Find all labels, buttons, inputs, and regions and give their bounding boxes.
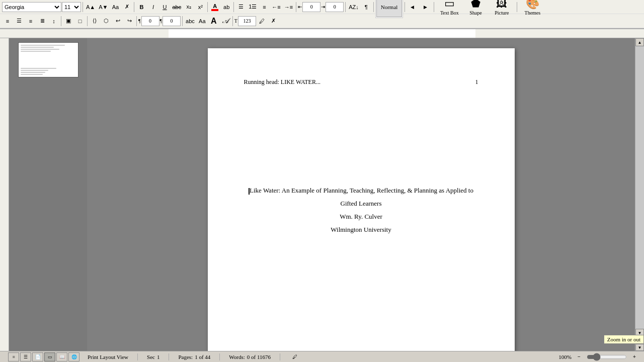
sep-c [136, 16, 137, 26]
toolbar-row2: ≡ ☰ ≡ ≣ ↕ ▣ □ ⟨⟩ ⬡ ↩ ↪ ¶ 0 ¶ 0 abc Aa A … [0, 14, 644, 28]
bold-btn[interactable]: B [136, 2, 147, 13]
aa-btn[interactable]: Aa [197, 16, 208, 27]
sep-b [87, 16, 88, 26]
shape-label: Shape [469, 10, 481, 16]
page-num-val[interactable]: 123 [238, 16, 256, 26]
zoom-out-btn[interactable]: − [574, 353, 585, 361]
zoom-slider[interactable] [587, 354, 627, 360]
borders-btn[interactable]: □ [74, 16, 86, 27]
font-name-select[interactable]: Georgia [2, 2, 61, 12]
align-center-btn[interactable]: ☰ [14, 16, 25, 27]
list-bullets-btn[interactable]: ☰ [235, 2, 247, 13]
subscript-btn[interactable]: x₂ [183, 2, 194, 13]
indent-right-val[interactable]: 0 [326, 2, 344, 12]
style-gallery: Normal [375, 0, 404, 18]
spacing-after-label: ¶ [160, 18, 163, 24]
status-sep1 [137, 353, 138, 360]
text-box-btn[interactable]: ▭ Text Box [437, 0, 461, 18]
sep-ins [434, 2, 434, 12]
thumb-line [21, 68, 57, 69]
shape-icon: ⬟ [471, 0, 480, 9]
font-color-btn[interactable]: A [209, 1, 220, 14]
sep-a [61, 16, 61, 26]
shrink-font-btn[interactable]: A▼ [97, 2, 109, 13]
picture-btn[interactable]: 🖼 Picture [490, 0, 514, 18]
toolbar-area: Georgia 11 A▲ A▼ Aa ✗ B I U abc x₂ x² A … [0, 0, 644, 29]
pages-item: Pages: 1 of 44 [178, 354, 210, 360]
italic-btn[interactable]: I [147, 2, 158, 13]
more-btn4[interactable]: ↪ [124, 16, 135, 27]
decrease-indent-btn[interactable]: ←≡ [270, 2, 282, 13]
more-btn3[interactable]: ↩ [112, 16, 123, 27]
sep-themes [517, 2, 517, 12]
document-canvas[interactable]: Running head: LIKE WATER... 1 Like Water… [87, 38, 635, 351]
increase-indent-btn[interactable]: →≡ [283, 2, 294, 13]
spacing-before-val[interactable]: 0 [141, 16, 159, 26]
thumb-lines [21, 45, 76, 75]
subscript2-btn[interactable]: abc [184, 16, 196, 27]
page-thumbnail-1[interactable] [18, 42, 78, 77]
view-btn-4-print-layout[interactable]: ▭ [44, 352, 55, 361]
right-scrollbar: ▲ ▼ ▲ ▼ [635, 38, 644, 351]
style-next-btn[interactable]: ▶ [420, 2, 431, 13]
view-btn-1[interactable]: ≡ [8, 352, 19, 361]
print-layout-label: Print Layout View [88, 354, 128, 360]
show-para-btn[interactable]: ¶ [361, 2, 372, 13]
page-document: Running head: LIKE WATER... 1 Like Water… [208, 48, 515, 351]
justify-btn[interactable]: ≣ [37, 16, 48, 27]
sep7 [373, 2, 374, 12]
pages-val: 1 of 44 [195, 354, 210, 360]
line-spacing-btn[interactable]: ↕ [48, 16, 59, 27]
strikethrough-btn[interactable]: abc [171, 2, 183, 13]
scroll-zoom-up-btn[interactable]: ▲ [635, 337, 644, 344]
big-a-btn[interactable]: A [208, 16, 219, 27]
multilevel-list-btn[interactable]: ≡ [259, 2, 270, 13]
style-prev-btn[interactable]: ◀ [407, 2, 418, 13]
thumb-line [21, 45, 65, 46]
superscript-btn[interactable]: x² [195, 2, 206, 13]
list-numbering-btn[interactable]: 1☰ [247, 2, 258, 13]
picture-label: Picture [495, 10, 509, 16]
more-btn1[interactable]: ⟨⟩ [89, 16, 100, 27]
scroll-down-btn[interactable]: ▼ [635, 329, 644, 337]
insert-group: ◀ ▶ ▭ Text Box ⬟ Shape 🖼 Picture 🎨 Theme… [407, 0, 544, 18]
view-btn-3[interactable]: 📄 [32, 352, 43, 361]
sep4 [233, 2, 234, 12]
title-line4: Wilmington University [331, 226, 391, 234]
scroll-up-btn[interactable]: ▲ [635, 38, 644, 46]
align-right-btn[interactable]: ≡ [25, 16, 36, 27]
script-btn[interactable]: 𝒜 [220, 16, 231, 27]
indent-label: ⇤ [298, 4, 302, 10]
running-head: Running head: LIKE WATER... [244, 78, 320, 86]
view-btn-6[interactable]: 🌐 [68, 352, 79, 361]
spacing-after-val[interactable]: 0 [163, 16, 181, 26]
clear-formatting-btn[interactable]: ✗ [121, 2, 132, 13]
highlight-btn[interactable]: ab [221, 2, 232, 13]
grow-font-btn[interactable]: A▲ [85, 2, 97, 13]
more-btn2[interactable]: ⬡ [101, 16, 112, 27]
scroll-track[interactable] [635, 46, 644, 329]
clear-btn[interactable]: ✗ [268, 16, 279, 27]
themes-btn[interactable]: 🎨 Themes [520, 0, 544, 18]
view-btn-5[interactable]: 📖 [56, 352, 67, 361]
page-num-label: T [234, 18, 237, 24]
scroll-zoom-down-btn[interactable]: ▼ [635, 344, 644, 351]
font-size-select[interactable]: 11 [62, 2, 81, 12]
underline-btn[interactable]: U [159, 2, 170, 13]
format-btn[interactable]: 🖊 [257, 16, 268, 27]
thumb-line [21, 72, 46, 73]
indent-left-val[interactable]: 0 [302, 2, 320, 12]
change-case-btn[interactable]: Aa [110, 2, 121, 13]
indent-right-label: ⇥ [321, 4, 325, 10]
shape-btn[interactable]: ⬟ Shape [463, 0, 488, 18]
shading-btn[interactable]: ▣ [63, 16, 74, 27]
style-normal[interactable]: Normal [376, 0, 403, 17]
sep3 [207, 2, 208, 12]
sort-btn[interactable]: AZ↓ [347, 2, 360, 13]
track-changes-btn[interactable]: 🖊 [289, 352, 300, 361]
pages-label: Pages: [178, 354, 193, 360]
view-btn-2[interactable]: ☰ [20, 352, 31, 361]
zoom-in-btn[interactable]: + [629, 353, 640, 361]
align-left-btn[interactable]: ≡ [2, 16, 13, 27]
toolbar-row1: Georgia 11 A▲ A▼ Aa ✗ B I U abc x₂ x² A … [0, 0, 644, 14]
